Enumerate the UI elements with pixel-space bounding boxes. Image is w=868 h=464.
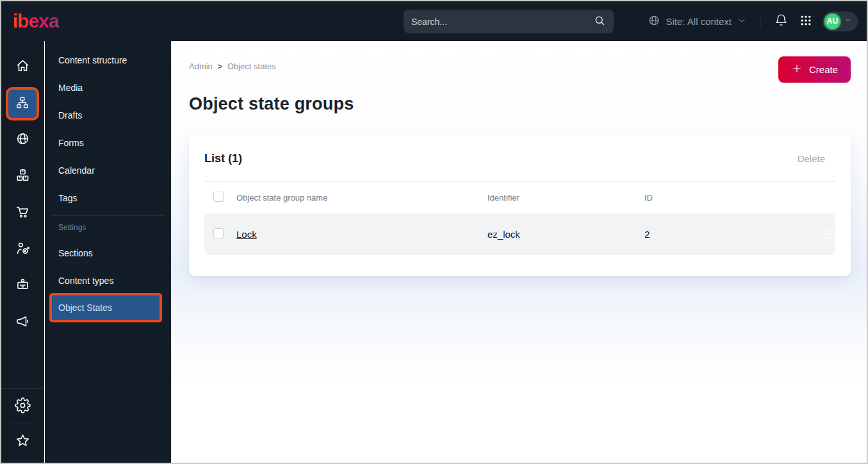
rail-item-dashboard[interactable]	[1, 49, 44, 85]
topbar-divider	[760, 13, 760, 29]
page-header-row: Admin > Object states Create	[171, 41, 867, 83]
page-title: Object state groups	[189, 94, 867, 114]
ibexa-logo: ibexa	[13, 10, 59, 32]
chevron-down-icon	[737, 15, 747, 28]
breadcrumb-separator: >	[218, 62, 222, 71]
icon-rail	[1, 41, 44, 463]
table-row: Lock ez_lock 2	[204, 213, 835, 255]
content-structure-tree-icon	[15, 95, 30, 113]
rail-item-content-structure[interactable]	[1, 85, 44, 122]
row-checkbox[interactable]	[213, 228, 224, 238]
search-input[interactable]	[411, 17, 593, 27]
sidebar-item-forms[interactable]: Forms	[45, 129, 171, 156]
column-header-name: Object state group name	[236, 193, 487, 203]
bell-icon	[774, 13, 788, 29]
sidebar-section-label: Settings	[45, 216, 171, 239]
breadcrumb: Admin > Object states	[189, 62, 276, 71]
sidebar-item-content-structure[interactable]: Content structure	[45, 46, 171, 74]
gear-icon	[15, 397, 31, 416]
notifications-button[interactable]	[773, 12, 789, 30]
app-window: ibexa Site: All context	[0, 0, 868, 464]
edit-icon	[822, 228, 834, 242]
search-icon	[593, 14, 606, 29]
global-search[interactable]	[404, 10, 614, 33]
customer-target-icon	[15, 240, 31, 259]
app-grid-icon	[799, 14, 812, 29]
sidebar-item-drafts[interactable]: Drafts	[45, 101, 171, 129]
rail-item-products[interactable]	[1, 158, 44, 195]
sidebar-item-media[interactable]: Media	[45, 74, 171, 101]
site-context-dropdown[interactable]: Site: All context	[648, 14, 747, 29]
commerce-cart-icon	[15, 204, 31, 222]
globe-icon	[648, 14, 660, 29]
main-content: Admin > Object states Create Object stat…	[171, 41, 867, 463]
plus-icon	[791, 63, 803, 76]
create-button-label: Create	[809, 64, 838, 75]
list-title: List (1)	[204, 152, 242, 165]
breadcrumb-current[interactable]: Object states	[227, 62, 276, 71]
list-card-header: List (1) Delete	[204, 135, 835, 181]
megaphone-icon	[15, 313, 31, 332]
rail-item-admin[interactable]	[1, 389, 44, 424]
select-all-checkbox[interactable]	[213, 192, 224, 202]
star-icon	[15, 433, 31, 451]
delete-button[interactable]: Delete	[780, 152, 825, 165]
active-rail-highlight	[8, 90, 37, 118]
rail-bottom-icons	[1, 388, 44, 459]
rail-item-site[interactable]	[1, 122, 44, 158]
product-boxes-icon	[15, 167, 31, 186]
row-identifier: ez_lock	[487, 229, 644, 240]
row-id: 2	[644, 229, 810, 240]
column-header-id: ID	[644, 193, 810, 203]
sidebar-menu: Content structure Media Drafts Forms Cal…	[45, 41, 171, 463]
sidebar-item-calendar[interactable]: Calendar	[45, 156, 171, 184]
sidebar-item-tags[interactable]: Tags	[45, 184, 171, 211]
home-icon	[15, 58, 31, 76]
chevron-down-icon	[844, 15, 853, 27]
sidebar-item-object-states[interactable]: Object States	[52, 295, 160, 320]
site-context-label: Site: All context	[666, 16, 732, 27]
object-state-group-link[interactable]: Lock	[236, 229, 257, 240]
delete-button-label: Delete	[798, 153, 825, 164]
trash-icon	[780, 152, 791, 165]
sidebar-item-sections[interactable]: Sections	[45, 239, 171, 267]
avatar: AU	[824, 13, 841, 30]
create-button[interactable]: Create	[778, 56, 851, 83]
rail-item-bookmarks[interactable]	[1, 424, 44, 459]
app-switcher-button[interactable]	[798, 13, 814, 30]
site-globe-cursor-icon	[15, 131, 31, 149]
rail-item-customers[interactable]	[1, 231, 44, 268]
top-bar: ibexa Site: All context	[1, 1, 867, 41]
column-header-identifier: Identifier	[487, 193, 644, 203]
edit-button[interactable]	[821, 226, 835, 243]
sidebar-item-content-types[interactable]: Content types	[45, 267, 171, 294]
breadcrumb-admin-link[interactable]: Admin	[189, 62, 213, 71]
rail-item-marketing[interactable]	[1, 304, 44, 341]
list-card: List (1) Delete Object state group name …	[189, 135, 851, 276]
topbar-right-group: Site: All context	[648, 1, 858, 41]
id-badge-icon	[15, 277, 31, 295]
rail-item-people[interactable]	[1, 268, 44, 304]
table-header-row: Object state group name Identifier ID	[204, 182, 835, 213]
user-menu[interactable]: AU	[823, 12, 858, 31]
rail-top-icons	[1, 41, 44, 341]
rail-item-commerce[interactable]	[1, 195, 44, 231]
